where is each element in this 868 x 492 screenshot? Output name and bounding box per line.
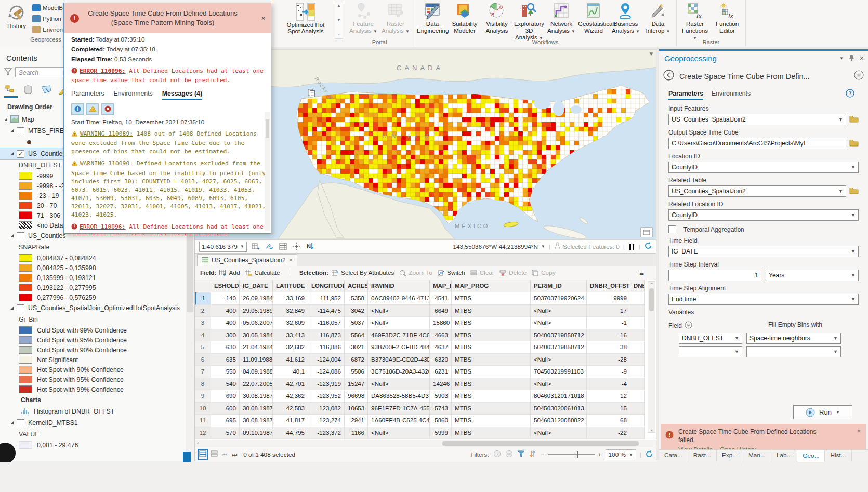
- layer-checkbox[interactable]: [17, 232, 24, 240]
- list-by-drawing-order-icon[interactable]: [5, 85, 17, 95]
- point-symbol[interactable]: [27, 140, 31, 144]
- variable-field-combo[interactable]: DNBR_OFFST▼: [679, 333, 742, 344]
- suitability-modeler-button[interactable]: SuitabilityModeler: [449, 2, 481, 34]
- select-by-attributes-button[interactable]: Select By Attributes: [332, 269, 394, 276]
- sort-icon[interactable]: [529, 450, 536, 459]
- pane-menu-chevron-icon[interactable]: ▼: [839, 56, 844, 61]
- measure-icon[interactable]: [265, 242, 274, 251]
- dialog-tab-parameters[interactable]: Parameters: [71, 90, 104, 100]
- expander-icon[interactable]: [10, 129, 14, 132]
- column-header-LATITUDE[interactable]: LATITUDE: [273, 280, 308, 292]
- table-row[interactable]: 1169530.08.198741,817-123,27429411A60FE4…: [195, 415, 657, 427]
- bottom-tab-man[interactable]: Man...: [743, 450, 771, 462]
- location-id-combo[interactable]: CountyID▼: [668, 162, 859, 173]
- business-analysis-button[interactable]: BusinessAnalysis ▼: [610, 2, 642, 34]
- goto-xy-icon[interactable]: [292, 242, 301, 251]
- table-row[interactable]: 1060030.08.198742,583-123,0821065396E1E7…: [195, 403, 657, 415]
- vscroll-up-icon[interactable]: ⌃: [650, 282, 654, 287]
- dialog-tab-environments[interactable]: Environments: [114, 90, 153, 100]
- output-cube-input[interactable]: C:\Users\Giaco\Documents\ArcGIS\Projects…: [668, 138, 846, 149]
- add-to-project-icon[interactable]: [854, 70, 864, 82]
- fill-empty-bins-combo-empty[interactable]: ▼: [746, 346, 841, 357]
- legend-swatch[interactable]: [19, 336, 32, 344]
- list-by-data-source-icon[interactable]: [23, 85, 34, 95]
- temporal-aggregation-checkbox[interactable]: [668, 225, 676, 233]
- table-row[interactable]: 854022.07.200542,701-123,91915247<Null>1…: [195, 378, 657, 391]
- dialog-tab-messages[interactable]: Messages (4): [162, 90, 202, 100]
- legend-swatch[interactable]: [19, 221, 32, 229]
- switch-selection-button[interactable]: Switch: [438, 269, 465, 276]
- history-button[interactable]: History: [3, 2, 30, 29]
- table-menu-icon[interactable]: ≡: [639, 269, 644, 277]
- tab-parameters[interactable]: Parameters: [668, 90, 703, 100]
- expander-icon[interactable]: [10, 152, 14, 155]
- table-row[interactable]: 430030.05.198433,413-116,8735564469E3D2C…: [195, 329, 657, 342]
- layer-checkbox[interactable]: [17, 419, 24, 427]
- table-refresh-icon[interactable]: [645, 450, 653, 460]
- add-field-button[interactable]: +Add: [219, 269, 240, 276]
- form-view-icon[interactable]: [211, 450, 218, 459]
- calculate-field-button[interactable]: Calculate: [245, 269, 280, 276]
- folder-icon[interactable]: [849, 115, 859, 124]
- legend-swatch[interactable]: [19, 326, 32, 334]
- ribbon-scroll-down-icon[interactable]: ▼: [337, 18, 341, 22]
- network-analysis-button[interactable]: NetworkAnalysis ▼: [545, 2, 577, 34]
- fill-empty-bins-combo[interactable]: Space-time neighbors▼: [746, 333, 841, 344]
- legend-swatch[interactable]: [19, 356, 32, 364]
- table-row[interactable]: 1257009.10.198744,795-123,3721166<Null>5…: [195, 427, 657, 440]
- layer-row-kernelid_mtbs1[interactable]: KernelID_MTBS1: [0, 417, 185, 429]
- bottom-tab-hist[interactable]: Hist...: [825, 450, 851, 462]
- column-header-MAP_PROG[interactable]: MAP_PROG: [452, 280, 531, 292]
- column-header-PERIM_ID[interactable]: PERIM_ID: [531, 280, 587, 292]
- table-row[interactable]: 663511.09.198841,612-124,0046872B3730A9E…: [195, 354, 657, 366]
- filter-icon[interactable]: [4, 68, 12, 77]
- column-header-ACRES[interactable]: ACRES: [345, 280, 368, 292]
- ribbon-scroll-control[interactable]: ▲ ▼ ⹀: [335, 2, 343, 39]
- legend-swatch[interactable]: [19, 182, 32, 190]
- expander-icon[interactable]: [10, 307, 14, 310]
- table-tab[interactable]: US_Counties_SpatialJoin2 ×: [197, 254, 297, 266]
- next-record-icon[interactable]: ⏭: [232, 451, 238, 458]
- table-row[interactable]: 240029.05.198932,849-114,4753042<Null>66…: [195, 305, 657, 317]
- table-row[interactable]: 755004.09.198840,1-124,08655063C75186D-2…: [195, 366, 657, 378]
- dialog-close-icon[interactable]: ×: [261, 14, 266, 22]
- expander-icon[interactable]: [10, 234, 14, 237]
- legend-swatch[interactable]: [19, 211, 32, 219]
- legend-swatch[interactable]: [19, 172, 32, 180]
- bottom-tab-geo[interactable]: Geo...: [797, 450, 825, 462]
- map-scale-combo[interactable]: 1:40 616 379 ▼: [199, 242, 247, 252]
- column-header-IG_DATE[interactable]: IG_DATE: [240, 280, 273, 292]
- layer-checkbox[interactable]: ✓: [17, 150, 24, 158]
- column-header-MAP_ID[interactable]: MAP_ID: [430, 280, 452, 292]
- layer-checkbox[interactable]: [17, 127, 24, 135]
- refresh-icon[interactable]: [644, 242, 652, 251]
- table-row[interactable]: 1-14026.09.198433,169-111,95253580AC8940…: [195, 292, 657, 305]
- function-editor-button[interactable]: fxFunctionEditor: [711, 2, 743, 34]
- exploratory-3d-analysis-button[interactable]: Exploratory3D Analysis ▼: [513, 2, 545, 42]
- table-tab-close-icon[interactable]: ×: [289, 257, 293, 264]
- column-header-ESHOLD[interactable]: ESHOLD: [211, 280, 240, 292]
- run-button[interactable]: Run ▼: [793, 405, 852, 419]
- grid-icon[interactable]: [279, 242, 287, 251]
- table-row[interactable]: 340005.06.200732,609-116,0575037<Null>15…: [195, 317, 657, 329]
- field-chevron-icon[interactable]: [685, 321, 692, 330]
- layer-row-us_counties_spatialjoin_optimizedhotspotanalysis[interactable]: US_Counties_SpatialJoin_OptimizedHotSpot…: [0, 302, 185, 314]
- related-location-id-combo[interactable]: CountyID▼: [668, 209, 859, 221]
- legend-swatch[interactable]: [19, 274, 32, 282]
- table-row[interactable]: 969030.08.198742,362-123,95296698DA86352…: [195, 390, 657, 403]
- legend-swatch[interactable]: [19, 376, 32, 383]
- visibility-analysis-button[interactable]: VisibilityAnalysis: [481, 2, 513, 34]
- coords-chevron-icon[interactable]: ▼: [541, 244, 545, 249]
- back-icon[interactable]: [663, 70, 674, 83]
- pane-close-icon[interactable]: ×: [860, 54, 864, 62]
- pin-icon[interactable]: [849, 55, 854, 62]
- legend-swatch[interactable]: [19, 284, 32, 291]
- bottom-tab-rast[interactable]: Rast...: [688, 450, 717, 462]
- bottom-tab-cata[interactable]: Cata...: [659, 450, 688, 462]
- geostatistical-wizard-button[interactable]: GeostatisticalWizard: [577, 2, 610, 34]
- bottom-tab-lab[interactable]: Lab...: [771, 450, 798, 462]
- map-options-chevron-icon[interactable]: ▼: [649, 51, 654, 57]
- attribute-filter-icon[interactable]: [517, 450, 525, 459]
- legend-swatch[interactable]: [19, 264, 32, 272]
- add-bookmark-icon[interactable]: +: [252, 242, 260, 251]
